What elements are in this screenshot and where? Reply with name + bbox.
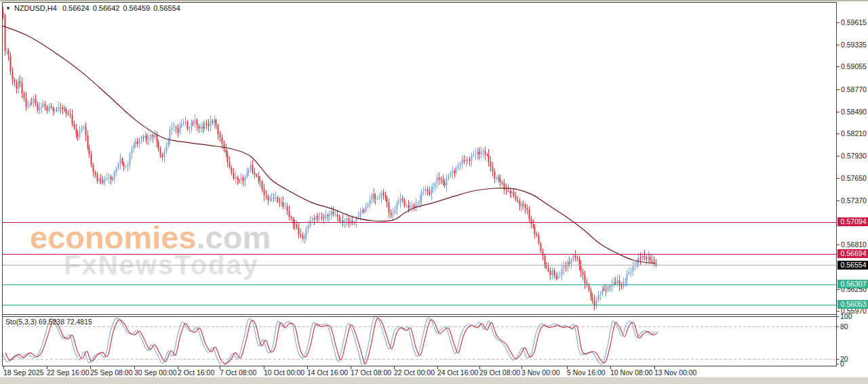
- time-tick-label: 2 Oct 16:00: [178, 368, 214, 377]
- price-badge-resistance: 0.56694: [837, 249, 868, 258]
- time-tick-label: 5 Nov 16:00: [567, 368, 606, 377]
- price-tick-label: 0.58210: [841, 129, 868, 137]
- window-chrome-top: [0, 0, 868, 1]
- indicator-name: Sto(5,3,3): [5, 318, 37, 326]
- time-tick-label: 24 Oct 16:00: [437, 368, 478, 377]
- ohlc-close: 0.56554: [153, 4, 180, 12]
- symbol-dropdown-icon[interactable]: ▼: [5, 5, 11, 12]
- stochastic-scale-label: 0: [840, 360, 844, 368]
- time-tick-label: 7 Oct 08:00: [220, 368, 256, 377]
- symbol-header: ▼NZDUSD,H40.566240.566420.564590.56554: [5, 4, 184, 12]
- price-tick-label: 0.57930: [841, 152, 868, 160]
- price-tick-label: 0.58490: [841, 108, 868, 116]
- time-tick-label: 25 Sep 08:00: [90, 368, 132, 377]
- price-badge-support: 0.56307: [837, 280, 868, 289]
- time-tick-label: 18 Sep 2025: [3, 368, 44, 377]
- time-tick-label: 10 Oct 00:00: [264, 368, 304, 377]
- time-tick-label: 22 Oct 00:00: [394, 368, 435, 377]
- price-tick-label: 0.57370: [841, 196, 868, 205]
- price-tick-label: 0.57650: [841, 174, 868, 182]
- symbol-title: NZDUSD,H4: [14, 4, 57, 12]
- time-tick-label: 10 Nov 08:00: [610, 368, 652, 377]
- ohlc-low: 0.56459: [123, 4, 150, 12]
- chart-canvas[interactable]: [0, 0, 868, 384]
- stochastic-scale-label: 100: [840, 312, 852, 320]
- window-chrome-bottom: [0, 377, 868, 384]
- price-tick-label: 0.58770: [841, 85, 868, 93]
- price-tick-label: 0.59335: [841, 41, 868, 49]
- price-tick-label: 0.56810: [841, 240, 868, 249]
- time-tick-label: 29 Oct 08:00: [479, 368, 520, 377]
- time-tick-label: 3 Nov 00:00: [521, 368, 560, 377]
- price-badge-current: 0.56554: [837, 261, 868, 270]
- ohlc-open: 0.56624: [62, 4, 90, 12]
- time-tick-label: 13 Nov 00:00: [654, 368, 696, 377]
- price-badge-support: 0.56053: [837, 300, 868, 309]
- price-badge-resistance: 0.57094: [837, 217, 868, 226]
- price-tick-label: 0.59055: [841, 62, 868, 70]
- price-tick-label: 0.59615: [841, 18, 868, 26]
- chart-window: economies.com FxNewsToday ▼NZDUSD,H40.56…: [0, 0, 868, 384]
- time-tick-label: 17 Oct 08:00: [351, 368, 391, 377]
- indicator-label: Sto(5,3,3) 69.5238 72.4815: [5, 318, 92, 326]
- indicator-values: 69.5238 72.4815: [39, 318, 92, 326]
- time-tick-label: 22 Sep 16:00: [47, 368, 89, 377]
- time-tick-label: 30 Sep 00:00: [134, 368, 176, 377]
- ohlc-high: 0.56642: [93, 4, 120, 12]
- time-tick-label: 14 Oct 16:00: [307, 368, 348, 377]
- stochastic-scale-label: 80: [840, 322, 848, 330]
